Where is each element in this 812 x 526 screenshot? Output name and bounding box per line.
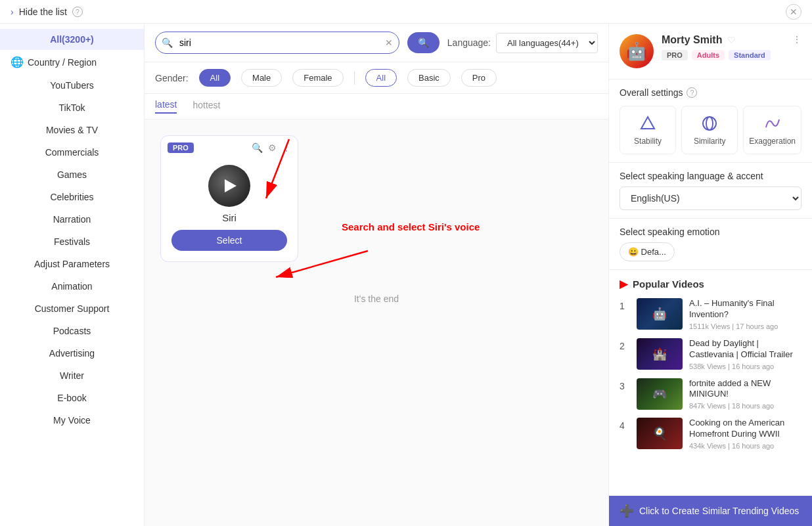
video-title-4: Cooking on the American Homefront During… [689, 418, 801, 440]
settings-voice-icon[interactable]: ⚙ [268, 142, 277, 153]
search-btn-icon: 🔍 [418, 37, 429, 48]
video-thumb-3: 🎮 [637, 378, 683, 410]
info-icon: ? [72, 7, 83, 17]
video-meta-3: 847k Views | 18 hours ago [689, 402, 801, 410]
search-icon: 🔍 [162, 37, 173, 48]
filter-divider [354, 72, 355, 85]
badge-standard: Standard [729, 50, 771, 60]
chevron-right-icon: › [11, 7, 14, 17]
search-button[interactable]: 🔍 [407, 32, 440, 53]
sidebar-item-podcasts[interactable]: Podcasts [0, 320, 144, 342]
svg-point-4 [703, 117, 716, 130]
hide-list-label[interactable]: Hide the list [19, 7, 67, 17]
gender-female-button[interactable]: Female [292, 69, 343, 87]
youtube-icon: ▶ [620, 278, 627, 290]
gender-male-button[interactable]: Male [241, 69, 282, 87]
sidebar-item-ebook[interactable]: E-book [0, 387, 144, 409]
voice-card-siri: PRO 🔍 ⚙ ⋮ Siri Select [160, 135, 298, 262]
overall-settings-label: Overall settings [620, 87, 683, 98]
sidebar-all-item[interactable]: All(3200+) [0, 29, 144, 50]
sidebar-item-adjust[interactable]: Adjust Parameters [0, 253, 144, 275]
type-pro-button[interactable]: Pro [461, 69, 497, 87]
voice-avatar [208, 165, 250, 207]
tab-hottest[interactable]: hottest [192, 100, 220, 113]
video-info-1: A.I. – Humanity's Final Invention? 1511k… [689, 298, 801, 330]
annotation-text: Search and select Siri's voice [342, 221, 480, 232]
more-icon[interactable]: ⋮ [792, 34, 801, 45]
more-voice-icon[interactable]: ⋮ [282, 142, 291, 153]
help-icon: ? [687, 87, 697, 98]
speaking-language-dropdown[interactable]: English(US) [620, 186, 801, 210]
sidebar-item-celebrities[interactable]: Celebrities [0, 186, 144, 208]
video-thumb-2: 🏰 [637, 338, 683, 370]
popular-videos-label: Popular Videos [633, 278, 704, 290]
video-info-4: Cooking on the American Homefront During… [689, 418, 801, 450]
gender-all-button[interactable]: All [199, 69, 231, 87]
end-text: It's the end [145, 278, 608, 320]
main-layout: All(3200+) 🌐 Country / Region YouTubers … [0, 24, 812, 526]
similarity-icon [700, 114, 719, 133]
sidebar-item-narration[interactable]: Narration [0, 208, 144, 230]
voice-name: Siri [171, 212, 287, 223]
sidebar-country-region[interactable]: 🌐 Country / Region [0, 50, 144, 74]
tab-latest[interactable]: latest [155, 99, 177, 114]
sidebar-item-tiktok[interactable]: TikTok [0, 97, 144, 119]
voice-grid: PRO 🔍 ⚙ ⋮ Siri Select [145, 120, 608, 278]
top-bar-right: ✕ [786, 4, 801, 20]
video-title-2: Dead by Daylight | Castlevania | Officia… [689, 338, 801, 361]
search-voice-icon[interactable]: 🔍 [252, 142, 263, 153]
bottom-cta[interactable]: ➕ Click to Create Similar Trending Video… [609, 496, 812, 526]
popular-videos-section: ▶ Popular Videos 1 🤖 A.I. – Humanity's F… [609, 270, 812, 496]
type-basic-button[interactable]: Basic [407, 69, 451, 87]
video-number-2: 2 [620, 341, 630, 351]
close-button[interactable]: ✕ [786, 4, 801, 20]
similarity-button[interactable]: Similarity [681, 106, 738, 154]
exaggeration-icon [763, 114, 782, 133]
plus-icon: ➕ [620, 504, 634, 518]
heart-icon[interactable]: ♡ [727, 35, 736, 45]
video-thumb-1: 🤖 [637, 298, 683, 330]
sidebar-item-festivals[interactable]: Festivals [0, 230, 144, 253]
sidebar-item-myvoice[interactable]: My Voice [0, 409, 144, 431]
sidebar-item-youtubers[interactable]: YouTubers [0, 74, 144, 97]
speaking-emotion-section: Select speaking emotion 😀 Defa... [609, 219, 812, 270]
video-title-3: fortnite added a NEW MINIGUN! [689, 378, 801, 401]
search-input[interactable] [155, 32, 399, 54]
top-bar-left: › Hide the list ? [11, 7, 83, 17]
profile-section: 🤖 Morty Smith ♡ PRO Adults Standard ⋮ [609, 24, 812, 79]
gender-label: Gender: [155, 73, 189, 83]
voice-select-button[interactable]: Select [171, 230, 287, 251]
exaggeration-button[interactable]: Exaggeration [743, 106, 801, 154]
sidebar-item-writer[interactable]: Writer [0, 364, 144, 387]
language-dropdown[interactable]: All languages(44+) [496, 33, 598, 53]
video-meta-2: 538k Views | 16 hours ago [689, 362, 801, 370]
stability-icon [639, 114, 657, 133]
search-clear-icon[interactable]: ✕ [385, 37, 393, 48]
sidebar-item-customer-support[interactable]: Customer Support [0, 297, 144, 320]
video-meta-1: 1511k Views | 17 hours ago [689, 322, 801, 330]
sidebar-item-games[interactable]: Games [0, 164, 144, 186]
emotion-default-button[interactable]: 😀 Defa... [620, 242, 675, 261]
video-title-1: A.I. – Humanity's Final Invention? [689, 298, 801, 320]
stability-label: Stability [634, 137, 662, 146]
video-item-2: 2 🏰 Dead by Daylight | Castlevania | Off… [620, 338, 801, 370]
sidebar: All(3200+) 🌐 Country / Region YouTubers … [0, 24, 145, 526]
profile-info: Morty Smith ♡ PRO Adults Standard [662, 34, 784, 60]
sidebar-item-movies[interactable]: Movies & TV [0, 119, 144, 141]
sidebar-item-animation[interactable]: Animation [0, 275, 144, 297]
cta-label: Click to Create Similar Trending Videos [639, 506, 799, 516]
video-meta-4: 434k Views | 16 hours ago [689, 442, 801, 450]
sidebar-item-advertising[interactable]: Advertising [0, 342, 144, 364]
exaggeration-label: Exaggeration [749, 137, 796, 146]
sidebar-country-label: Country / Region [28, 57, 97, 68]
filters-bar: Gender: All Male Female All Basic Pro [145, 62, 608, 94]
popular-videos-title: ▶ Popular Videos [620, 278, 801, 290]
sidebar-item-commercials[interactable]: Commercials [0, 141, 144, 164]
video-number-1: 1 [620, 301, 630, 311]
stability-button[interactable]: Stability [620, 106, 676, 154]
speaking-language-section: Select speaking language & accent Englis… [609, 163, 812, 219]
video-number-3: 3 [620, 381, 630, 391]
type-all-button[interactable]: All [365, 69, 397, 87]
voice-card-actions: 🔍 ⚙ ⋮ [252, 142, 291, 153]
video-thumb-4: 🍳 [637, 418, 683, 449]
